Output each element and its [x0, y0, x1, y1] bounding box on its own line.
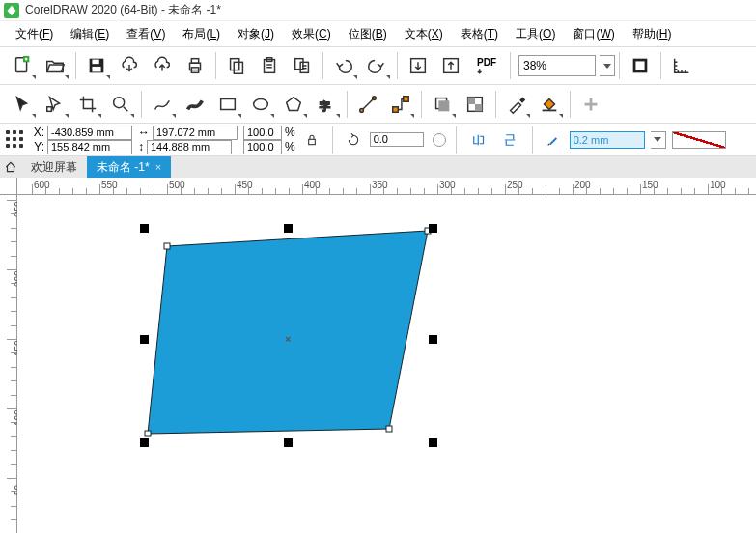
fill-swatch[interactable]	[672, 131, 726, 149]
title-bar: CorelDRAW 2020 (64-Bit) - 未命名 -1*	[0, 0, 756, 21]
width-input[interactable]: 197.072 mm	[153, 126, 238, 140]
handle-se[interactable]	[429, 438, 437, 447]
drop-shadow-tool[interactable]	[426, 88, 459, 121]
svg-text:字: 字	[320, 99, 330, 111]
rotation-input[interactable]: 0.0	[370, 132, 424, 147]
svg-rect-9	[234, 62, 242, 73]
menu-j[interactable]: 对象(J)	[230, 22, 282, 46]
menu-bar: 文件(F)编辑(E)查看(V)布局(L)对象(J)效果(C)位图(B)文本(X)…	[0, 21, 756, 46]
text-tool[interactable]: 字	[310, 88, 343, 121]
pos-y-input[interactable]: 155.842 mm	[47, 140, 132, 154]
rotation-center-icon[interactable]	[433, 133, 446, 147]
pick-tool[interactable]	[6, 88, 39, 121]
ellipse-tool[interactable]	[244, 88, 277, 121]
handle-e[interactable]	[429, 335, 437, 344]
home-tab[interactable]	[0, 156, 21, 178]
svg-rect-32	[308, 139, 315, 144]
pos-x-input[interactable]: -430.859 mm	[47, 126, 132, 140]
menu-w[interactable]: 窗口(W)	[565, 22, 622, 46]
handle-sw[interactable]	[140, 438, 149, 447]
cloud-down-button[interactable]	[113, 49, 146, 82]
outline-width-input[interactable]: 0.2 mm	[570, 131, 645, 149]
outline-pen-icon	[543, 124, 564, 156]
svg-rect-25	[393, 106, 399, 112]
eyedropper-tool[interactable]	[500, 88, 533, 121]
svg-rect-36	[386, 426, 392, 432]
rectangle-tool[interactable]	[211, 88, 244, 121]
property-bar: X:-430.859 mm Y:155.842 mm ↔197.072 mm ↕…	[0, 124, 756, 156]
copy-button[interactable]	[220, 49, 253, 82]
mirror-v-button[interactable]	[497, 124, 522, 156]
menu-e[interactable]: 编辑(E)	[63, 22, 117, 46]
zoom-tool[interactable]	[104, 88, 137, 121]
menu-x[interactable]: 文本(X)	[397, 22, 451, 46]
handle-nw[interactable]	[140, 224, 149, 233]
handle-n[interactable]	[284, 224, 293, 233]
menu-v[interactable]: 查看(V)	[119, 22, 173, 46]
svg-rect-4	[92, 67, 100, 72]
open-button[interactable]	[39, 49, 71, 82]
origin-grid-icon[interactable]	[6, 130, 25, 150]
menu-h[interactable]: 帮助(H)	[625, 22, 680, 46]
svg-rect-28	[438, 100, 449, 111]
export-button[interactable]	[434, 49, 467, 82]
dimension-tool[interactable]	[351, 88, 384, 121]
redo-button[interactable]	[360, 49, 393, 82]
center-marker[interactable]: ×	[285, 333, 291, 345]
transparency-tool[interactable]	[459, 88, 491, 121]
menu-t[interactable]: 表格(T)	[453, 22, 506, 46]
cloud-up-button[interactable]	[146, 49, 179, 82]
zoom-input[interactable]	[518, 55, 596, 76]
duplicate-button[interactable]	[286, 49, 319, 82]
fullscreen-button[interactable]	[624, 49, 657, 82]
outline-width-dropdown[interactable]	[651, 131, 666, 149]
rulers-button[interactable]	[665, 49, 698, 82]
window-title: CorelDRAW 2020 (64-Bit) - 未命名 -1*	[25, 2, 221, 18]
zoom-dropdown[interactable]	[600, 55, 615, 76]
save-button[interactable]	[80, 49, 113, 82]
standard-toolbar: PDF	[0, 46, 756, 85]
import-button[interactable]	[402, 49, 434, 82]
artistic-media-tool[interactable]	[179, 88, 211, 121]
handle-w[interactable]	[140, 335, 149, 344]
export-pdf-button[interactable]: PDF	[467, 49, 506, 82]
paste-button[interactable]	[253, 49, 286, 82]
menu-b[interactable]: 位图(B)	[341, 22, 395, 46]
lock-ratio-button[interactable]	[301, 124, 322, 156]
polygon-tool[interactable]	[277, 88, 310, 121]
connector-tool[interactable]	[384, 88, 417, 121]
freehand-tool[interactable]	[146, 88, 179, 121]
canvas[interactable]: ×	[17, 195, 756, 533]
menu-l[interactable]: 布局(L)	[175, 22, 228, 46]
menu-o[interactable]: 工具(O)	[508, 22, 563, 46]
ruler-corner[interactable]	[0, 178, 17, 195]
tab-welcome[interactable]: 欢迎屏幕	[21, 156, 87, 178]
shape-tool[interactable]	[39, 88, 71, 121]
handle-ne[interactable]	[429, 224, 437, 233]
svg-rect-18	[47, 106, 52, 111]
close-tab-icon[interactable]: ×	[155, 161, 161, 173]
height-input[interactable]: 144.888 mm	[147, 140, 232, 154]
size-group: ↔197.072 mm ↕144.888 mm	[138, 126, 238, 154]
rotate-icon	[343, 124, 364, 156]
svg-rect-3	[92, 60, 98, 65]
fill-tool[interactable]	[533, 88, 566, 121]
tab-document[interactable]: 未命名 -1*×	[87, 156, 171, 178]
menu-f[interactable]: 文件(F)	[8, 22, 61, 46]
vertical-ruler[interactable]: 25020015010050	[0, 195, 17, 533]
crop-tool[interactable]	[71, 88, 104, 121]
print-button[interactable]	[179, 49, 211, 82]
handle-s[interactable]	[284, 438, 293, 447]
scale-x-input[interactable]: 100.0	[243, 126, 282, 140]
menu-c[interactable]: 效果(C)	[284, 22, 339, 46]
mirror-h-button[interactable]	[466, 124, 491, 156]
new-button[interactable]	[6, 49, 39, 82]
add-tool[interactable]	[574, 88, 607, 121]
horizontal-ruler[interactable]: 600550500450400350300250200150100	[17, 178, 756, 195]
svg-rect-8	[231, 59, 239, 70]
document-tabs: 欢迎屏幕 未命名 -1*×	[0, 156, 756, 178]
scale-y-input[interactable]: 100.0	[243, 140, 282, 154]
undo-button[interactable]	[327, 49, 360, 82]
selected-shape[interactable]	[138, 226, 447, 443]
svg-rect-20	[221, 98, 236, 109]
